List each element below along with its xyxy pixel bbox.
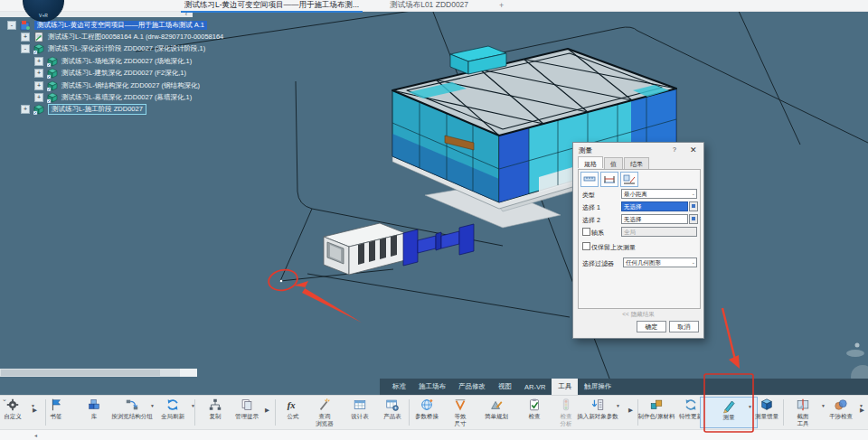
stage-icon	[33, 43, 44, 54]
ribbon-tab-触屏操作[interactable]: 触屏操作	[578, 379, 618, 395]
tree-item-label[interactable]: 测试练习L-幕墙深化 ZDD0027 (幕墙深化,1)	[61, 93, 192, 102]
toolbar-separator-arrow-icon: ▶	[860, 407, 864, 414]
toolbar-item-label: 插入新对象参数	[569, 413, 627, 420]
tree-expander-icon[interactable]: +	[34, 69, 43, 78]
tree-item-label[interactable]: 测试练习L-场地深化 ZDD0027 (场地深化,1)	[61, 57, 192, 66]
tree-item-label[interactable]: 测试练习L-建筑深化 ZDD0027 (F2深化,1)	[61, 69, 186, 78]
toolbar-item-label: 干涉检查	[812, 413, 868, 420]
axis-checkbox[interactable]	[582, 228, 590, 236]
axis-label: 轴系	[591, 229, 604, 238]
dialog-tabs: 规格值结果	[578, 157, 650, 169]
tree-expander-icon[interactable]: +	[21, 105, 30, 114]
tree-item[interactable]: +测试练习L-场地深化 ZDD0027 (场地深化,1)	[2, 55, 223, 67]
tree-item-label[interactable]: 测试练习L-工程图00058164 A.1 (drw-82907170-0005…	[48, 33, 223, 42]
ribbon-tab-工具[interactable]: 工具	[552, 379, 578, 395]
tree-expander-icon[interactable]: -	[21, 44, 30, 53]
scrollbar-thumb[interactable]	[1, 370, 160, 376]
selection1-label: 选择 1	[582, 203, 600, 212]
ribbon-tab-标准[interactable]: 标准	[386, 379, 412, 395]
selection2-field[interactable]: 无选择	[621, 214, 688, 224]
ribbon-tab-产品修改[interactable]: 产品修改	[452, 379, 492, 395]
hide-results-toggle: << 隐藏结果	[573, 311, 703, 319]
dialog-titlebar[interactable]: 测量 ? ✕	[573, 143, 703, 156]
root-icon	[20, 20, 31, 31]
ribbon-tab-施工场布[interactable]: 施工场布	[412, 379, 452, 395]
selection-filter-combobox[interactable]: 任何几何图形⌄	[623, 257, 697, 267]
tree-expander-icon[interactable]: +	[34, 57, 43, 66]
insert-object-parameters-button[interactable]: 插入新对象参数▼	[569, 397, 627, 428]
ok-button[interactable]: 确定	[637, 321, 666, 332]
dialog-tab-结果[interactable]: 结果	[624, 157, 649, 169]
measure-point-marker	[280, 280, 283, 283]
ribbon-tab-AR-VR[interactable]: AR-VR	[518, 379, 552, 395]
axis-field: 全局	[621, 227, 697, 237]
drawing-icon	[33, 32, 44, 42]
measure-dialog: 测量 ? ✕ 规格值结果 类型 最小距离⌄ 选择 1 无选择 选择 2 无选择 …	[572, 142, 704, 339]
scrollbar-end-button[interactable]	[180, 369, 197, 377]
stage-icon	[47, 92, 58, 103]
filter-label: 选择过滤器	[582, 259, 614, 268]
stage-icon	[47, 80, 58, 91]
machine-model[interactable]	[324, 223, 474, 275]
selection1-field[interactable]: 无选择	[621, 201, 688, 211]
tree-item-label[interactable]: 测试练习L-深化设计阶段 ZDD0027 (深化设计阶段,1)	[48, 44, 205, 53]
svg-text:fx: fx	[288, 400, 297, 410]
stage-icon	[47, 68, 58, 79]
selection1-picker-button[interactable]	[689, 201, 698, 211]
tree-expander-icon[interactable]: +	[34, 93, 43, 102]
tree-expander-icon[interactable]: +	[21, 33, 30, 42]
tree-item-label[interactable]: 测试练习L-黄边可变空间项目——用于施工场布测试 A.1	[34, 21, 207, 30]
bottom-toolbar: ⌄ 自定义▼▶书签库按浏览结构分组▼全局刷新▼复制管理提示▶fx公式查询浏览器设…	[0, 395, 868, 430]
type-label: 类型	[582, 191, 595, 200]
tree-item[interactable]: +测试练习L-工程图00058164 A.1 (drw-82907170-000…	[2, 31, 223, 42]
tree-item[interactable]: +测试练习L-建筑深化 ZDD0027 (F2深化,1)	[2, 68, 223, 80]
tree-item[interactable]: -测试练习L-深化设计阶段 ZDD0027 (深化设计阶段,1)	[2, 43, 223, 55]
tree-expander-icon[interactable]: +	[34, 81, 43, 90]
ribbon-tab-视图[interactable]: 视图	[492, 379, 518, 395]
dialog-tab-规格[interactable]: 规格	[578, 156, 603, 168]
tree-item-label[interactable]: 测试练习L-施工阶段 ZDD0027	[48, 104, 146, 115]
selection2-picker-button[interactable]	[689, 214, 698, 224]
selection2-label: 选择 2	[582, 216, 600, 225]
new-tab-button[interactable]: +	[495, 1, 507, 10]
stage-icon	[33, 104, 44, 115]
dialog-tab-值[interactable]: 值	[604, 157, 623, 169]
dialog-title: 测量	[579, 146, 592, 155]
toolbar-bottom-strip: ◂	[0, 429, 868, 440]
measure-mode-3-button[interactable]	[620, 172, 638, 187]
back-arrow-icon[interactable]: ◂	[34, 432, 37, 438]
document-tabs: 测试练习L-黄边可变空间项目——用于施工场布测...测试场布L01 ZDD002…	[181, 0, 507, 11]
dialog-close-button[interactable]: ✕	[690, 145, 697, 154]
ribbon-tab-strip: 标准施工场布产品修改视图AR-VR工具触屏操作	[380, 379, 868, 395]
tree-item[interactable]: +测试练习L-施工阶段 ZDD0027	[2, 104, 223, 116]
tree-item[interactable]: +测试练习L-钢结构深化 ZDD0027 (钢结构深化)	[2, 80, 223, 91]
document-tab-2[interactable]: 测试场布L01 ZDD0027	[386, 0, 472, 11]
tree-expander-icon[interactable]: -	[7, 21, 16, 30]
document-tab-1[interactable]: 测试练习L-黄边可变空间项目——用于施工场布测...	[181, 0, 363, 11]
keep-last-label: 仅保留上次测量	[591, 243, 636, 252]
dialog-help-button[interactable]: ?	[673, 146, 676, 153]
stage-icon	[47, 56, 58, 67]
measure-mode-2-button[interactable]	[600, 172, 618, 187]
dropdown-arrow-icon[interactable]: ▼	[616, 403, 620, 408]
tree-item-label[interactable]: 测试练习L-钢结构深化 ZDD0027 (钢结构深化)	[61, 81, 200, 90]
tree-item[interactable]: -测试练习L-黄边可变空间项目——用于施工场布测试 A.1	[2, 19, 223, 31]
tree-horizontal-scrollbar[interactable]	[0, 369, 197, 377]
dialog-spec-group: 类型 最小距离⌄ 选择 1 无选择 选择 2 无选择 轴系 全局 仅保留上次测量…	[578, 169, 701, 309]
measure-mode-1-button[interactable]	[580, 172, 599, 187]
measure-mode-buttons	[580, 172, 638, 187]
cancel-button[interactable]: 取消	[669, 321, 699, 332]
type-combobox[interactable]: 最小距离⌄	[621, 189, 697, 199]
keep-last-checkbox[interactable]	[582, 242, 590, 250]
model-tree-panel: -测试练习L-黄边可变空间项目——用于施工场布测试 A.1+测试练习L-工程图0…	[2, 19, 223, 116]
tree-item[interactable]: +测试练习L-幕墙深化 ZDD0027 (幕墙深化,1)	[2, 91, 223, 103]
